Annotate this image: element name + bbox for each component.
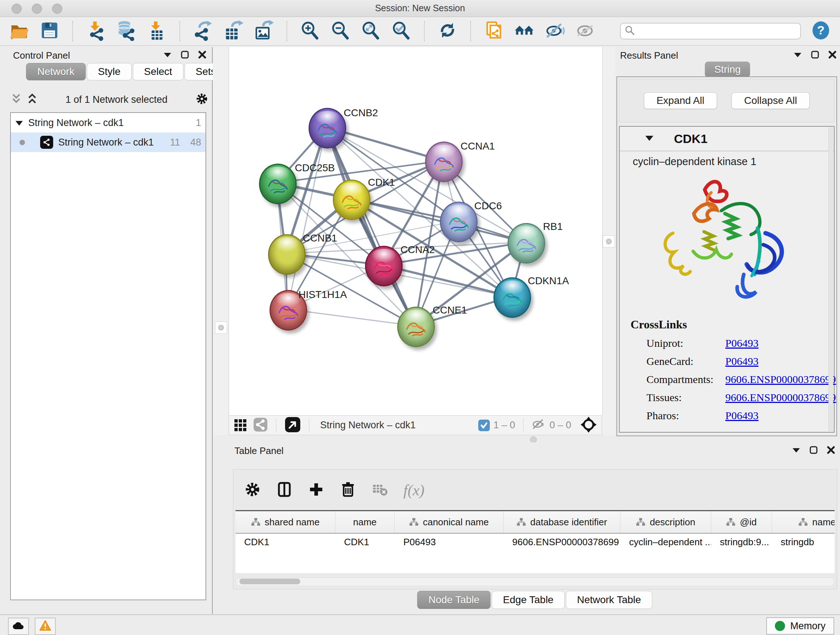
network-canvas[interactable]: CCNB2CCNA1CDC25BCDK1CDC6RB1CCNB1CCNA2CDK…	[229, 47, 603, 415]
delete-column-trash-icon[interactable]	[340, 481, 356, 499]
collapse-all-button[interactable]: Collapse All	[731, 92, 810, 109]
crosslink-link[interactable]: 9606.ENSP00000378699	[725, 391, 836, 404]
column-header-shared-name[interactable]: shared name	[235, 511, 335, 533]
column-header-namespace[interactable]: namespace	[772, 511, 835, 533]
panel-menu-icon[interactable]	[164, 52, 172, 59]
close-panel-icon[interactable]	[829, 51, 836, 60]
tab-edge-table[interactable]: Edge Table	[492, 591, 565, 609]
column-header-database-identifier[interactable]: database identifier	[504, 511, 621, 533]
open-session-button[interactable]	[9, 21, 30, 42]
memory-button[interactable]: Memory	[766, 617, 834, 635]
close-panel-icon[interactable]	[827, 446, 835, 455]
import-table-button[interactable]	[146, 21, 167, 42]
expand-all-networks-icon[interactable]	[27, 93, 38, 106]
new-network-from-selection-button[interactable]	[483, 21, 504, 42]
tab-select[interactable]: Select	[133, 63, 183, 80]
function-builder-icon[interactable]: f(x)	[403, 481, 424, 499]
table-cell[interactable]: CDK1	[335, 537, 395, 548]
hide-selection-button[interactable]	[544, 21, 565, 42]
float-panel-icon[interactable]	[811, 51, 819, 60]
panel-menu-icon[interactable]	[792, 447, 800, 454]
tab-style[interactable]: Style	[87, 63, 132, 80]
save-session-button[interactable]	[39, 21, 60, 42]
network-collection-row[interactable]: String Network – cdk1 1	[11, 113, 205, 133]
table-settings-gear-icon[interactable]	[244, 481, 261, 499]
node-CDK1[interactable]	[333, 180, 370, 220]
column-header--id[interactable]: @id	[711, 511, 772, 533]
table-cell[interactable]: P06493	[395, 537, 504, 548]
create-column-icon[interactable]	[308, 481, 325, 499]
panel-menu-icon[interactable]	[794, 52, 802, 59]
node-CDC25B[interactable]	[259, 164, 297, 204]
first-neighbors-button[interactable]	[514, 21, 535, 42]
results-scrollbar[interactable]	[829, 127, 833, 431]
status-bar: Memory	[0, 614, 840, 635]
column-header-canonical-name[interactable]: canonical name	[395, 511, 504, 533]
zoom-selected-icon	[391, 20, 412, 42]
show-columns-icon[interactable]	[276, 481, 293, 499]
delete-table-icon[interactable]	[371, 481, 388, 499]
gene-section-header[interactable]: CDK1	[620, 127, 834, 151]
node-CCNA2[interactable]	[365, 246, 403, 287]
import-network-button[interactable]	[85, 21, 106, 42]
export-table-button[interactable]	[223, 21, 244, 42]
apply-layout-button[interactable]	[437, 21, 458, 42]
zoom-selected-button[interactable]	[391, 21, 412, 42]
column-header-description[interactable]: description	[621, 511, 711, 533]
float-panel-icon[interactable]	[181, 51, 189, 60]
table-cell[interactable]: stringdb	[772, 537, 835, 548]
zoom-fit-button[interactable]	[360, 21, 381, 42]
crosslink-link[interactable]: 9606.ENSP00000378699	[725, 373, 836, 386]
left-splitter[interactable]	[213, 47, 229, 435]
tab-string[interactable]: String	[705, 62, 750, 78]
network-options-gear-icon[interactable]	[195, 92, 208, 107]
show-all-button[interactable]	[575, 21, 595, 42]
edge-CCNB2-HIST1H1A[interactable]	[287, 127, 326, 309]
tab-network-table[interactable]: Network Table	[566, 591, 652, 609]
table-cell[interactable]: cyclin–dependent ...	[621, 537, 711, 548]
import-database-button[interactable]	[116, 21, 137, 42]
collapse-triangle-icon[interactable]	[15, 117, 23, 128]
collapse-all-networks-icon[interactable]	[11, 93, 22, 106]
warning-button[interactable]	[35, 618, 56, 635]
memory-label: Memory	[790, 621, 826, 632]
cloud-status-button[interactable]	[8, 618, 29, 635]
table-cell[interactable]: 9606.ENSP00000378699	[504, 537, 621, 548]
node-CCNA1[interactable]	[425, 141, 463, 182]
grid-view-icon[interactable]	[233, 417, 248, 433]
node-CCNB2[interactable]	[309, 108, 346, 149]
tab-network[interactable]: Network	[26, 63, 86, 80]
export-network-button[interactable]	[193, 21, 213, 42]
zoom-in-button[interactable]	[300, 21, 321, 42]
node-CCNB1[interactable]	[268, 234, 306, 275]
node-CDKN1A[interactable]	[493, 277, 531, 318]
node-CDC6[interactable]	[440, 202, 477, 242]
zoom-out-button[interactable]	[330, 21, 351, 42]
node-table[interactable]: shared namenamecanonical namedatabase id…	[235, 510, 835, 573]
expand-all-button[interactable]: Expand All	[644, 92, 717, 109]
table-cell[interactable]: CDK1	[235, 537, 335, 548]
crosslink-link[interactable]: P06493	[725, 409, 759, 422]
crosslink-link[interactable]: P06493	[725, 355, 759, 367]
close-panel-icon[interactable]	[198, 51, 206, 60]
scrollbar-thumb[interactable]	[240, 578, 300, 584]
node-RB1[interactable]	[508, 223, 545, 264]
birdseye-toggle-icon[interactable]	[580, 416, 597, 435]
float-panel-icon[interactable]	[810, 446, 818, 455]
column-header-name[interactable]: name	[335, 511, 395, 533]
right-splitter-handle[interactable]	[603, 235, 615, 248]
crosslink-link[interactable]: P06493	[725, 337, 759, 349]
table-horizontal-scrollbar[interactable]	[235, 578, 835, 586]
tab-node-table[interactable]: Node Table	[417, 591, 491, 609]
help-button[interactable]: ?	[810, 21, 831, 42]
left-splitter-handle[interactable]	[215, 321, 227, 334]
export-image-button[interactable]	[253, 21, 274, 42]
detach-view-icon[interactable]	[284, 416, 301, 434]
section-collapse-triangle-icon[interactable]	[645, 135, 654, 143]
node-CCNE1[interactable]	[397, 307, 435, 347]
table-cell[interactable]: stringdb:9...	[711, 537, 772, 548]
search-input[interactable]	[638, 25, 797, 37]
network-view-mode-icon[interactable]	[253, 417, 268, 434]
network-row[interactable]: String Network – cdk1 1148	[11, 133, 205, 152]
table-row[interactable]: CDK1CDK1P064939606.ENSP00000378699cyclin…	[235, 534, 835, 550]
